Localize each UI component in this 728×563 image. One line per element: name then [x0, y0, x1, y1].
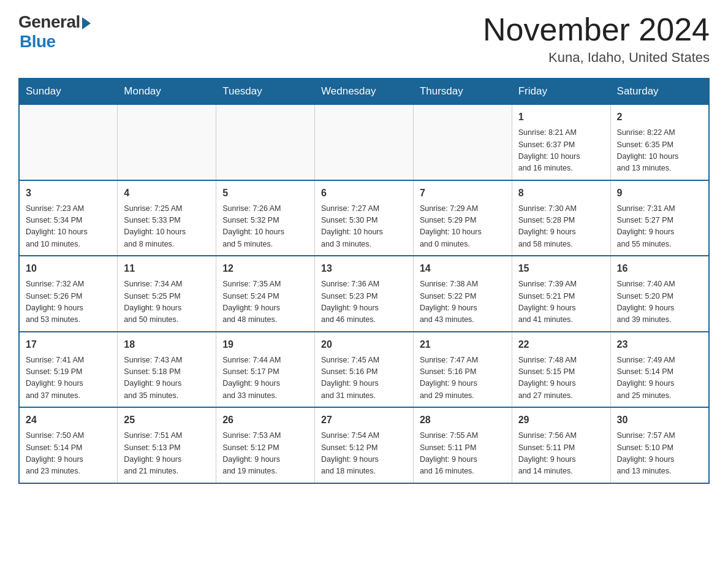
- day-info: Sunrise: 7:55 AMSunset: 5:11 PMDaylight:…: [420, 430, 506, 478]
- day-number: 5: [222, 186, 308, 201]
- day-info: Sunrise: 7:30 AMSunset: 5:28 PMDaylight:…: [518, 203, 604, 251]
- day-info: Sunrise: 7:47 AMSunset: 5:16 PMDaylight:…: [420, 354, 506, 402]
- calendar-cell: [216, 104, 315, 180]
- calendar-cell: 30Sunrise: 7:57 AMSunset: 5:10 PMDayligh…: [610, 407, 709, 483]
- calendar-cell: 9Sunrise: 7:31 AMSunset: 5:27 PMDaylight…: [610, 180, 709, 256]
- calendar-table: SundayMondayTuesdayWednesdayThursdayFrid…: [18, 78, 710, 484]
- day-number: 3: [26, 186, 111, 201]
- day-info: Sunrise: 7:34 AMSunset: 5:25 PMDaylight:…: [124, 278, 210, 326]
- day-info: Sunrise: 7:23 AMSunset: 5:34 PMDaylight:…: [26, 203, 111, 251]
- day-number: 14: [420, 261, 506, 276]
- day-info: Sunrise: 7:48 AMSunset: 5:15 PMDaylight:…: [518, 354, 604, 402]
- day-number: 17: [26, 337, 111, 352]
- calendar-cell: 29Sunrise: 7:56 AMSunset: 5:11 PMDayligh…: [512, 407, 610, 483]
- calendar-cell: 27Sunrise: 7:54 AMSunset: 5:12 PMDayligh…: [315, 407, 414, 483]
- day-info: Sunrise: 7:53 AMSunset: 5:12 PMDaylight:…: [222, 430, 308, 478]
- day-number: 27: [321, 413, 407, 427]
- calendar-subtitle: Kuna, Idaho, United States: [483, 50, 710, 66]
- day-info: Sunrise: 7:50 AMSunset: 5:14 PMDaylight:…: [26, 430, 111, 478]
- calendar-cell: [19, 104, 118, 180]
- weekday-header: Tuesday: [216, 79, 315, 104]
- calendar-cell: 21Sunrise: 7:47 AMSunset: 5:16 PMDayligh…: [413, 332, 512, 408]
- calendar-cell: 5Sunrise: 7:26 AMSunset: 5:32 PMDaylight…: [216, 180, 315, 256]
- day-number: 6: [321, 186, 407, 201]
- calendar-cell: 8Sunrise: 7:30 AMSunset: 5:28 PMDaylight…: [512, 180, 610, 256]
- day-info: Sunrise: 7:29 AMSunset: 5:29 PMDaylight:…: [420, 203, 506, 251]
- calendar-cell: 26Sunrise: 7:53 AMSunset: 5:12 PMDayligh…: [216, 407, 315, 483]
- day-info: Sunrise: 7:36 AMSunset: 5:23 PMDaylight:…: [321, 278, 407, 326]
- weekday-header: Monday: [118, 79, 216, 104]
- logo-blue-text: Blue: [20, 32, 56, 52]
- day-info: Sunrise: 7:51 AMSunset: 5:13 PMDaylight:…: [124, 430, 210, 478]
- logo-general-text: General: [18, 12, 80, 32]
- day-number: 18: [124, 337, 210, 352]
- calendar-cell: 13Sunrise: 7:36 AMSunset: 5:23 PMDayligh…: [315, 256, 414, 332]
- calendar-week-row: 24Sunrise: 7:50 AMSunset: 5:14 PMDayligh…: [19, 407, 709, 483]
- calendar-week-row: 10Sunrise: 7:32 AMSunset: 5:26 PMDayligh…: [19, 256, 709, 332]
- calendar-cell: 24Sunrise: 7:50 AMSunset: 5:14 PMDayligh…: [19, 407, 118, 483]
- day-number: 19: [222, 337, 308, 352]
- day-info: Sunrise: 7:26 AMSunset: 5:32 PMDaylight:…: [222, 203, 308, 251]
- day-number: 15: [518, 261, 604, 276]
- day-number: 7: [420, 186, 506, 201]
- logo: General Blue: [18, 12, 91, 52]
- weekday-header: Wednesday: [315, 79, 414, 104]
- calendar-title: November 2024: [483, 12, 710, 47]
- day-number: 1: [518, 110, 604, 124]
- day-info: Sunrise: 7:31 AMSunset: 5:27 PMDaylight:…: [617, 203, 702, 251]
- day-info: Sunrise: 7:57 AMSunset: 5:10 PMDaylight:…: [617, 430, 702, 478]
- day-info: Sunrise: 7:43 AMSunset: 5:18 PMDaylight:…: [124, 354, 210, 402]
- logo-arrow-icon: [82, 17, 91, 29]
- day-number: 8: [518, 186, 604, 201]
- weekday-header: Sunday: [19, 79, 118, 104]
- weekday-header: Thursday: [413, 79, 512, 104]
- calendar-cell: 17Sunrise: 7:41 AMSunset: 5:19 PMDayligh…: [19, 332, 118, 408]
- calendar-cell: 1Sunrise: 8:21 AMSunset: 6:37 PMDaylight…: [512, 104, 610, 180]
- calendar-cell: 22Sunrise: 7:48 AMSunset: 5:15 PMDayligh…: [512, 332, 610, 408]
- day-number: 22: [518, 337, 604, 352]
- day-info: Sunrise: 7:54 AMSunset: 5:12 PMDaylight:…: [321, 430, 407, 478]
- day-info: Sunrise: 7:39 AMSunset: 5:21 PMDaylight:…: [518, 278, 604, 326]
- calendar-cell: 23Sunrise: 7:49 AMSunset: 5:14 PMDayligh…: [610, 332, 709, 408]
- calendar-header-row: SundayMondayTuesdayWednesdayThursdayFrid…: [19, 79, 709, 104]
- day-number: 28: [420, 413, 506, 427]
- day-number: 30: [617, 413, 702, 427]
- day-info: Sunrise: 7:38 AMSunset: 5:22 PMDaylight:…: [420, 278, 506, 326]
- calendar-cell: 10Sunrise: 7:32 AMSunset: 5:26 PMDayligh…: [19, 256, 118, 332]
- calendar-cell: [413, 104, 512, 180]
- day-info: Sunrise: 7:25 AMSunset: 5:33 PMDaylight:…: [124, 203, 210, 251]
- calendar-cell: 18Sunrise: 7:43 AMSunset: 5:18 PMDayligh…: [118, 332, 216, 408]
- day-info: Sunrise: 8:22 AMSunset: 6:35 PMDaylight:…: [617, 127, 702, 175]
- calendar-cell: 3Sunrise: 7:23 AMSunset: 5:34 PMDaylight…: [19, 180, 118, 256]
- day-number: 10: [26, 261, 111, 276]
- calendar-week-row: 17Sunrise: 7:41 AMSunset: 5:19 PMDayligh…: [19, 332, 709, 408]
- day-info: Sunrise: 7:35 AMSunset: 5:24 PMDaylight:…: [222, 278, 308, 326]
- day-number: 11: [124, 261, 210, 276]
- calendar-cell: 19Sunrise: 7:44 AMSunset: 5:17 PMDayligh…: [216, 332, 315, 408]
- day-number: 24: [26, 413, 111, 427]
- day-number: 20: [321, 337, 407, 352]
- weekday-header: Saturday: [610, 79, 709, 104]
- calendar-cell: 2Sunrise: 8:22 AMSunset: 6:35 PMDaylight…: [610, 104, 709, 180]
- page-header: General Blue November 2024 Kuna, Idaho, …: [18, 12, 710, 66]
- calendar-week-row: 1Sunrise: 8:21 AMSunset: 6:37 PMDaylight…: [19, 104, 709, 180]
- calendar-cell: 6Sunrise: 7:27 AMSunset: 5:30 PMDaylight…: [315, 180, 414, 256]
- calendar-cell: 15Sunrise: 7:39 AMSunset: 5:21 PMDayligh…: [512, 256, 610, 332]
- day-number: 2: [617, 110, 702, 124]
- day-info: Sunrise: 7:40 AMSunset: 5:20 PMDaylight:…: [617, 278, 702, 326]
- day-info: Sunrise: 7:32 AMSunset: 5:26 PMDaylight:…: [26, 278, 111, 326]
- day-number: 9: [617, 186, 702, 201]
- calendar-week-row: 3Sunrise: 7:23 AMSunset: 5:34 PMDaylight…: [19, 180, 709, 256]
- day-info: Sunrise: 7:49 AMSunset: 5:14 PMDaylight:…: [617, 354, 702, 402]
- day-number: 23: [617, 337, 702, 352]
- day-number: 4: [124, 186, 210, 201]
- day-info: Sunrise: 7:56 AMSunset: 5:11 PMDaylight:…: [518, 430, 604, 478]
- weekday-header: Friday: [512, 79, 610, 104]
- day-info: Sunrise: 7:44 AMSunset: 5:17 PMDaylight:…: [222, 354, 308, 402]
- calendar-cell: 25Sunrise: 7:51 AMSunset: 5:13 PMDayligh…: [118, 407, 216, 483]
- calendar-cell: 20Sunrise: 7:45 AMSunset: 5:16 PMDayligh…: [315, 332, 414, 408]
- calendar-cell: 11Sunrise: 7:34 AMSunset: 5:25 PMDayligh…: [118, 256, 216, 332]
- day-info: Sunrise: 7:45 AMSunset: 5:16 PMDaylight:…: [321, 354, 407, 402]
- calendar-cell: 16Sunrise: 7:40 AMSunset: 5:20 PMDayligh…: [610, 256, 709, 332]
- calendar-cell: [315, 104, 414, 180]
